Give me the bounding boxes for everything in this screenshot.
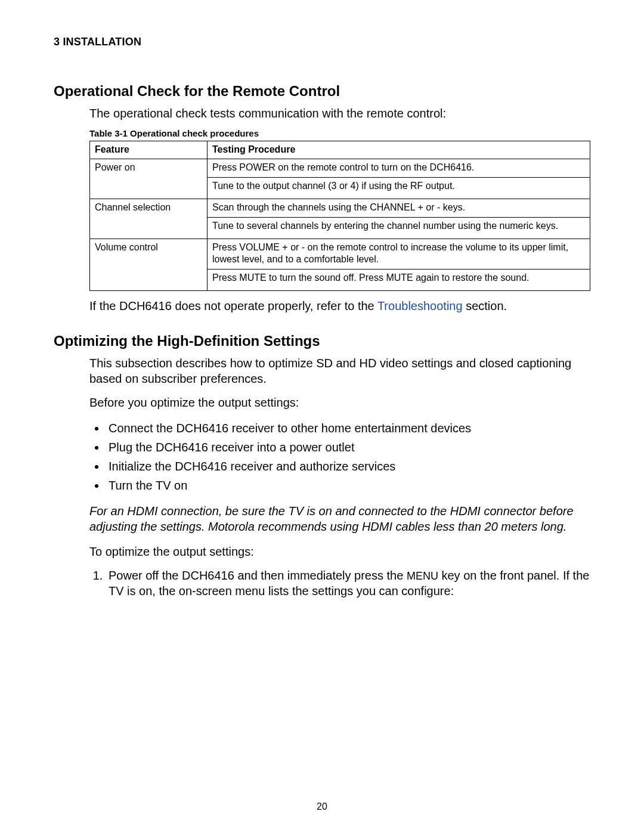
list-item: Plug the DCH6416 receiver into a power o… bbox=[106, 438, 590, 457]
procedure-line: Press VOLUME + or - on the remote contro… bbox=[212, 241, 585, 265]
after-table-post: section. bbox=[463, 299, 507, 312]
body-operational-check: The operational check tests communicatio… bbox=[89, 106, 590, 314]
troubleshooting-link[interactable]: Troubleshooting bbox=[377, 299, 463, 312]
heading-operational-check: Operational Check for the Remote Control bbox=[54, 83, 590, 100]
procedure-line: Press MUTE to turn the sound off. Press … bbox=[208, 269, 590, 284]
procedure-line: Tune to several channels by entering the… bbox=[208, 217, 590, 232]
step1-pre: Power off the DCH6416 and then immediate… bbox=[109, 569, 407, 582]
heading-optimizing-hd: Optimizing the High-Definition Settings bbox=[54, 333, 590, 349]
hd-intro: This subsection describes how to optimiz… bbox=[89, 355, 590, 386]
intro-text: The operational check tests communicatio… bbox=[89, 106, 590, 121]
document-page: 3 INSTALLATION Operational Check for the… bbox=[0, 0, 644, 833]
feature-cell: Channel selection bbox=[90, 199, 208, 239]
procedure-line: Tune to the output channel (3 or 4) if u… bbox=[208, 177, 590, 192]
section-header: 3 INSTALLATION bbox=[54, 36, 590, 48]
table-row: Channel selection Scan through the chann… bbox=[90, 199, 590, 239]
feature-cell: Volume control bbox=[90, 239, 208, 291]
table-caption: Table 3-1 Operational check procedures bbox=[89, 128, 590, 138]
procedure-line: Scan through the channels using the CHAN… bbox=[212, 202, 585, 213]
procedures-table: Feature Testing Procedure Power on Press… bbox=[89, 141, 590, 291]
after-table-pre: If the DCH6416 does not operate properly… bbox=[89, 299, 377, 312]
body-optimizing-hd: This subsection describes how to optimiz… bbox=[89, 355, 590, 599]
after-table-note: If the DCH6416 does not operate properly… bbox=[89, 298, 590, 314]
procedure-cell: Scan through the channels using the CHAN… bbox=[208, 199, 590, 239]
list-item: Initialize the DCH6416 receiver and auth… bbox=[106, 457, 590, 476]
procedure-cell: Press VOLUME + or - on the remote contro… bbox=[208, 239, 590, 291]
table-row: Power on Press POWER on the remote contr… bbox=[90, 159, 590, 199]
feature-cell: Power on bbox=[90, 159, 208, 199]
page-number: 20 bbox=[0, 801, 644, 812]
hdmi-note: For an HDMI connection, be sure the TV i… bbox=[89, 503, 590, 534]
step-item: Power off the DCH6416 and then immediate… bbox=[106, 568, 590, 599]
prep-bullet-list: Connect the DCH6416 receiver to other ho… bbox=[89, 419, 590, 495]
menu-key-text: MENU bbox=[407, 570, 438, 582]
procedure-line: Press POWER on the remote control to tur… bbox=[212, 162, 585, 174]
table-header-row: Feature Testing Procedure bbox=[90, 141, 590, 159]
col-procedure-header: Testing Procedure bbox=[208, 141, 590, 159]
optimize-steps: Power off the DCH6416 and then immediate… bbox=[89, 568, 590, 599]
list-item: Connect the DCH6416 receiver to other ho… bbox=[106, 419, 590, 438]
list-item: Turn the TV on bbox=[106, 476, 590, 495]
before-optimize-label: Before you optimize the output settings: bbox=[89, 395, 590, 410]
optimize-label: To optimize the output settings: bbox=[89, 544, 590, 559]
procedure-cell: Press POWER on the remote control to tur… bbox=[208, 159, 590, 199]
col-feature-header: Feature bbox=[90, 141, 208, 159]
table-row: Volume control Press VOLUME + or - on th… bbox=[90, 239, 590, 291]
